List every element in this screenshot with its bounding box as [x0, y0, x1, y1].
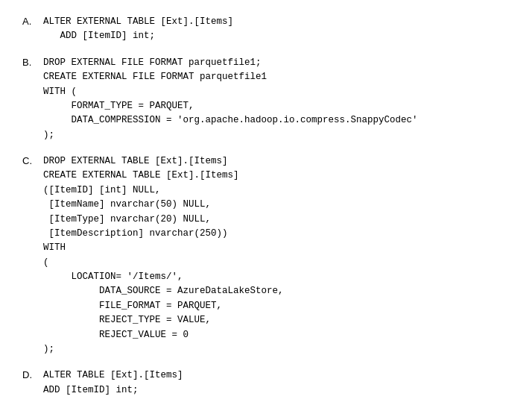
option-d: D.ALTER TABLE [Ext].[Items]ADD [ItemID] …	[22, 368, 510, 398]
option-label-2: C.	[22, 154, 43, 166]
option-content-3: ALTER TABLE [Ext].[Items]ADD [ItemID] in…	[43, 368, 510, 398]
code-line-2-2: ([ItemID] [int] NULL,	[43, 183, 510, 198]
code-line-2-10: FILE_FORMAT = PARQUET,	[43, 299, 510, 313]
code-line-3-1: ADD [ItemID] int;	[43, 383, 510, 398]
code-line-2-5: [ItemDescription] nvarchar(250))	[43, 227, 510, 241]
main-container: A.ALTER EXTERNAL TABLE [Ext].[Items] ADD…	[0, 0, 532, 408]
code-line-0-0: ALTER EXTERNAL TABLE [Ext].[Items]	[43, 15, 510, 29]
code-line-2-12: REJECT_VALUE = 0	[43, 328, 510, 342]
option-label-3: D.	[22, 368, 43, 380]
option-content-0: ALTER EXTERNAL TABLE [Ext].[Items] ADD […	[43, 15, 510, 44]
code-line-2-9: DATA_SOURCE = AzureDataLakeStore,	[43, 284, 510, 298]
code-line-1-2: WITH (	[43, 85, 510, 99]
code-line-1-0: DROP EXTERNAL FILE FORMAT parquetfile1;	[43, 56, 510, 70]
code-line-2-6: WITH	[43, 241, 510, 255]
code-line-2-3: [ItemName] nvarchar(50) NULL,	[43, 198, 510, 212]
code-line-2-13: );	[43, 342, 510, 357]
option-content-2: DROP EXTERNAL TABLE [Ext].[Items]CREATE …	[43, 154, 510, 357]
option-content-1: DROP EXTERNAL FILE FORMAT parquetfile1;C…	[43, 56, 510, 142]
option-a: A.ALTER EXTERNAL TABLE [Ext].[Items] ADD…	[22, 15, 510, 44]
code-line-3-0: ALTER TABLE [Ext].[Items]	[43, 368, 510, 383]
code-line-1-1: CREATE EXTERNAL FILE FORMAT parquetfile1	[43, 70, 510, 84]
code-line-0-1: ADD [ItemID] int;	[43, 29, 510, 43]
code-line-1-3: FORMAT_TYPE = PARQUET,	[43, 99, 510, 113]
code-line-1-4: DATA_COMPRESSION = 'org.apache.hadoop.io…	[43, 113, 510, 128]
code-line-2-1: CREATE EXTERNAL TABLE [Ext].[Items]	[43, 169, 510, 183]
code-line-2-7: (	[43, 256, 510, 270]
code-line-1-5: );	[43, 128, 510, 142]
code-line-2-0: DROP EXTERNAL TABLE [Ext].[Items]	[43, 154, 510, 169]
code-line-2-4: [ItemType] nvarchar(20) NULL,	[43, 213, 510, 227]
option-c: C.DROP EXTERNAL TABLE [Ext].[Items]CREAT…	[22, 154, 510, 357]
option-label-0: A.	[22, 15, 43, 27]
code-line-2-8: LOCATION= '/Items/',	[43, 270, 510, 284]
option-b: B.DROP EXTERNAL FILE FORMAT parquetfile1…	[22, 56, 510, 142]
code-line-2-11: REJECT_TYPE = VALUE,	[43, 313, 510, 327]
option-label-1: B.	[22, 56, 43, 68]
